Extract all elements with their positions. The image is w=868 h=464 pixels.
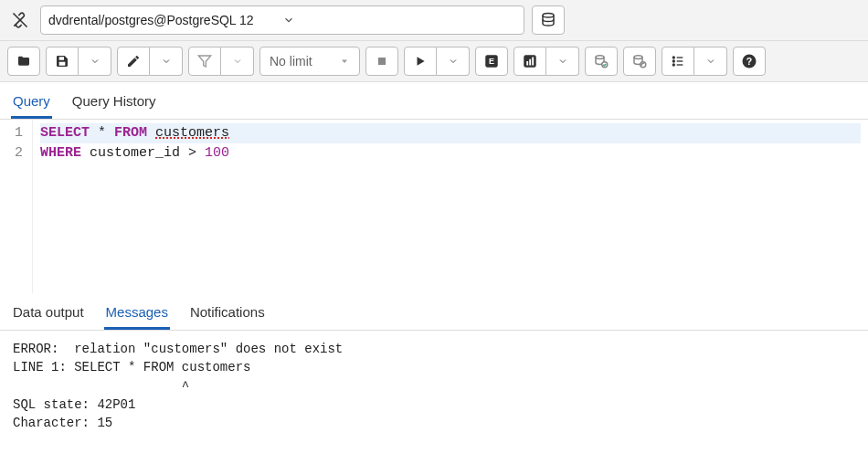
edit-group [117,47,183,76]
database-button[interactable] [532,5,565,35]
list-icon [671,54,685,69]
connection-label: dvdrental/postgres@PostgreSQL 12 [48,13,282,27]
explain-analyze-group [513,47,579,76]
svg-marker-3 [342,60,347,64]
rollback-button[interactable] [623,47,656,76]
folder-icon [16,54,32,69]
code-area[interactable]: SELECT * FROM customersWHERE customer_id… [33,120,868,293]
messages-panel: ERROR: relation "customers" does not exi… [0,331,868,441]
stop-icon [376,55,388,68]
execute-group [404,47,470,76]
save-group [46,47,111,76]
chevron-down-icon [448,56,459,67]
svg-rect-11 [532,58,534,66]
explain-analyze-button[interactable] [513,47,546,76]
filter-dropdown[interactable] [221,47,254,76]
tab-query[interactable]: Query [11,88,52,119]
svg-point-20 [672,64,674,66]
chevron-down-icon [161,56,172,67]
chevron-down-icon [705,56,716,67]
macros-dropdown[interactable] [694,47,727,76]
open-file-button[interactable] [7,47,40,76]
line-gutter: 12 [0,120,33,293]
commit-button[interactable] [585,47,618,76]
filter-icon [197,54,212,69]
rollback-icon [631,53,648,69]
svg-point-14 [634,56,642,59]
svg-point-1 [543,14,554,18]
macros-group [662,47,727,76]
help-button[interactable]: ? [733,47,766,76]
execute-button[interactable] [404,47,437,76]
chevron-down-icon [232,56,243,67]
explain-button[interactable]: E [475,47,508,76]
line-number: 2 [4,143,23,163]
tab-query-history[interactable]: Query History [70,88,158,119]
editor-tabs: Query Query History [0,82,868,120]
save-dropdown[interactable] [79,47,111,76]
svg-marker-2 [198,56,210,67]
explain-icon: E [483,53,500,69]
svg-point-18 [672,60,674,62]
pencil-icon [126,54,141,69]
code-line[interactable]: SELECT * FROM customers [40,123,861,143]
svg-point-12 [596,56,604,59]
chevron-down-icon [90,56,101,67]
svg-text:?: ? [746,56,752,67]
svg-point-16 [672,57,674,58]
tab-notifications[interactable]: Notifications [188,299,267,330]
chart-icon [522,53,538,69]
sql-editor[interactable]: 12 SELECT * FROM customersWHERE customer… [0,120,868,293]
caret-down-icon [339,56,350,67]
edit-dropdown[interactable] [150,47,183,76]
limit-label: No limit [270,54,312,69]
svg-text:E: E [489,57,494,66]
connection-select[interactable]: dvdrental/postgres@PostgreSQL 12 [40,5,524,35]
svg-rect-10 [529,59,531,66]
help-icon: ? [741,53,757,69]
filter-button[interactable] [188,47,221,76]
svg-rect-4 [378,58,386,65]
execute-dropdown[interactable] [437,47,470,76]
svg-marker-5 [418,57,425,65]
toolbar: No limit E [0,41,868,82]
line-number: 1 [4,123,23,143]
chevron-down-icon [282,14,516,26]
database-icon [540,12,556,28]
play-icon [414,55,427,68]
filter-group [188,47,254,76]
edit-button[interactable] [117,47,150,76]
tab-data-output[interactable]: Data output [11,299,86,330]
tab-messages[interactable]: Messages [104,299,170,330]
macros-button[interactable] [662,47,694,76]
plug-icon [7,7,33,33]
svg-rect-9 [526,61,528,66]
explain-analyze-dropdown[interactable] [546,47,579,76]
stop-button[interactable] [365,47,398,76]
save-icon [55,54,69,69]
output-tabs: Data output Messages Notifications [0,293,868,331]
chevron-down-icon [557,56,568,67]
commit-icon [593,53,609,69]
limit-select[interactable]: No limit [259,47,360,76]
save-button[interactable] [46,47,79,76]
connection-bar: dvdrental/postgres@PostgreSQL 12 [0,0,868,41]
code-line[interactable]: WHERE customer_id > 100 [40,143,861,163]
